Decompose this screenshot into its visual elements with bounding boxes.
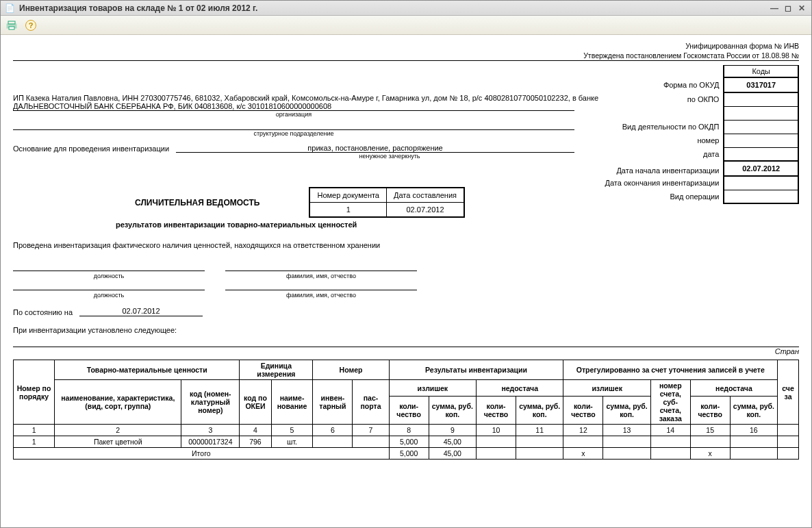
basis-value: приказ, постановление, распоряжение [176,144,574,153]
sub-title: результатов инвентаризации товарно-матер… [116,221,799,229]
printer-icon [6,20,17,31]
basis-sublabel: ненужное зачеркнуть [13,153,574,160]
org-sublabel: организация [13,111,574,118]
help-icon: ? [25,20,36,31]
col-number-row: 1 2 3 4 5 6 7 8 9 10 11 12 13 14 15 16 [14,425,799,436]
org-line-2: ДАЛЬНЕВОСТОЧНЫЙ БАНК СБЕРБАНКА РФ, БИК 0… [13,102,574,111]
doc-number-box: Номер документаДата составления 102.07.2… [309,187,465,218]
help-button[interactable]: ? [24,18,38,32]
status-label: По состоянию на [13,308,73,316]
form-header-1: Унифицированная форма № ИНВ [13,42,799,50]
table-row: 1 Пакет цветной 00000017324 796 шт. 5,00… [14,436,799,448]
codes-block: Коды Форма по ОКУД0317017 по ОКПО Вид де… [604,65,799,204]
inventory-table: Номер по порядку Товарно-материальные це… [13,360,799,460]
struct-line [13,118,574,130]
found-text: При инвентаризации установлено следующее… [13,326,799,334]
basis-label: Основание для проведения инвентаризации [13,144,176,153]
status-date: 02.07.2012 [79,307,203,316]
window-title: Инвентаризация товаров на складе № 1 от … [19,3,257,13]
svg-rect-0 [8,21,15,24]
codes-header: Коды [724,66,798,78]
intro-text: Проведена инвентаризация фактического на… [13,241,799,249]
total-row: Итого 5,000 45,00 x x [14,448,799,460]
close-button[interactable]: ✕ [796,3,807,13]
page-label: Стран [13,347,799,355]
toolbar: ? [1,16,811,35]
doc-icon: 📄 [5,3,15,13]
title-bar: 📄 Инвентаризация товаров на складе № 1 о… [1,1,811,16]
main-title: СЛИЧИТЕЛЬНАЯ ВЕДОМОСТЬ [95,198,299,208]
maximize-button[interactable]: ◻ [783,3,794,13]
minimize-button[interactable]: — [769,3,780,13]
document-body: Унифицированная форма № ИНВ Утверждена п… [1,35,811,527]
form-header-2: Утверждена постановлением Госкомстата Ро… [13,51,799,61]
print-button[interactable] [5,18,18,32]
struct-sublabel: структурное подразделение [13,130,574,137]
svg-rect-2 [9,27,14,29]
